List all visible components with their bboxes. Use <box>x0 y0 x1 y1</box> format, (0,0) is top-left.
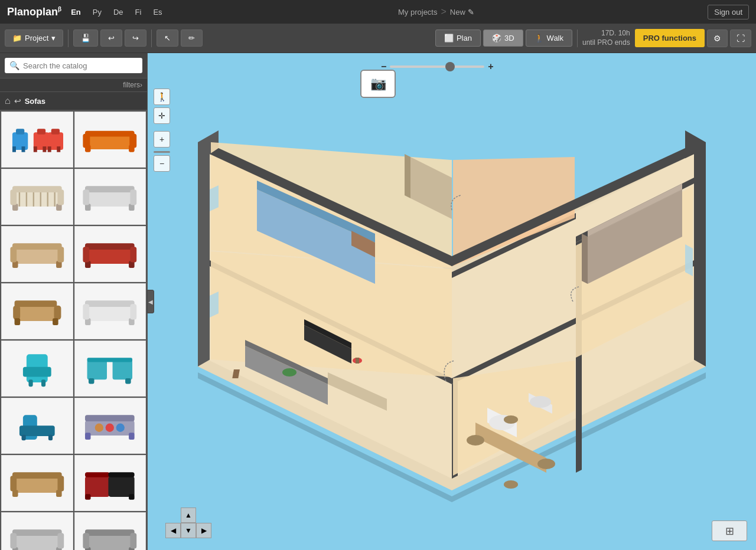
breadcrumb-home-btn[interactable]: ⌂ <box>5 96 11 106</box>
svg-rect-46 <box>83 247 90 263</box>
minimap[interactable]: ⊞ <box>712 520 747 541</box>
svg-rect-58 <box>83 305 90 320</box>
lang-de[interactable]: De <box>111 6 126 18</box>
svg-point-142 <box>467 435 484 446</box>
svg-rect-103 <box>131 533 137 549</box>
catalog-item[interactable] <box>1 341 73 397</box>
svg-rect-41 <box>57 247 64 263</box>
svg-rect-80 <box>12 477 62 493</box>
compass-icon: ✛ <box>158 111 165 120</box>
svg-rect-92 <box>12 535 62 550</box>
catalog-item[interactable] <box>1 226 73 282</box>
svg-rect-16 <box>83 134 90 148</box>
svg-rect-87 <box>109 476 135 497</box>
svg-point-145 <box>504 480 518 489</box>
zoom-slider[interactable] <box>390 66 484 68</box>
settings-icon: ⚙ <box>713 34 721 43</box>
svg-rect-49 <box>15 301 57 307</box>
draw-icon: ✏ <box>188 34 195 42</box>
svg-rect-40 <box>10 247 17 263</box>
zoom-minus-btn[interactable]: − <box>381 61 386 72</box>
catalog-item[interactable] <box>1 455 73 511</box>
plan-icon: ⬜ <box>444 34 454 42</box>
settings-btn[interactable]: ⚙ <box>707 30 728 47</box>
lang-fi[interactable]: Fi <box>133 6 144 18</box>
3d-view-btn[interactable]: 🎲 3D <box>483 30 523 47</box>
search-input[interactable] <box>23 61 138 70</box>
new-project-link[interactable]: New <box>450 8 465 17</box>
svg-marker-150 <box>685 244 693 276</box>
catalog-item[interactable] <box>1 398 73 454</box>
canvas-area[interactable]: 📷 − + 🚶 ✛ + − <box>148 53 756 550</box>
svg-rect-51 <box>54 306 61 320</box>
nav-up-btn[interactable]: ▲ <box>181 508 196 523</box>
catalog-item[interactable] <box>1 283 73 339</box>
collapse-sidebar-btn[interactable]: ◀ <box>147 290 154 313</box>
svg-point-130 <box>282 368 296 377</box>
svg-rect-70 <box>19 425 55 436</box>
catalog-item[interactable] <box>74 341 146 397</box>
minimap-icon: ⊞ <box>725 525 734 538</box>
svg-rect-30 <box>85 191 135 207</box>
person-icon: 🚶 <box>157 92 167 102</box>
catalog-item[interactable] <box>1 112 73 168</box>
svg-rect-85 <box>57 476 64 492</box>
walk-view-btn[interactable]: 🚶 Walk <box>526 30 572 47</box>
svg-rect-37 <box>12 244 62 250</box>
pro-functions-btn[interactable]: PRO functions <box>635 29 705 47</box>
catalog-item[interactable] <box>74 169 146 225</box>
camera-button[interactable]: 📷 <box>360 70 396 98</box>
toolbar-separator-1 <box>68 30 69 47</box>
compass-btn[interactable]: ✛ <box>154 107 170 124</box>
fullscreen-btn[interactable]: ⛶ <box>730 30 751 47</box>
svg-rect-74 <box>85 415 135 422</box>
svg-rect-78 <box>85 433 91 440</box>
catalog-grid <box>0 110 147 550</box>
svg-rect-133 <box>356 358 359 364</box>
catalog-item[interactable] <box>1 169 73 225</box>
breadcrumb-back-btn[interactable]: ↩ <box>14 96 21 106</box>
svg-rect-68 <box>126 378 132 384</box>
svg-marker-135 <box>582 234 588 284</box>
svg-rect-90 <box>85 495 91 500</box>
svg-rect-25 <box>12 186 62 193</box>
floorplan-svg <box>186 71 718 532</box>
zoom-in-left-btn[interactable]: + <box>154 131 170 148</box>
filters-link[interactable]: filters› <box>123 81 142 89</box>
zoom-plus-btn[interactable]: + <box>488 61 493 72</box>
catalog-item[interactable] <box>74 512 146 550</box>
svg-rect-59 <box>131 305 137 320</box>
nav-left-btn[interactable]: ◀ <box>165 523 181 538</box>
save-btn[interactable]: 💾 <box>73 30 98 47</box>
svg-rect-65 <box>113 360 132 379</box>
undo-btn[interactable]: ↩ <box>100 30 122 47</box>
lang-en[interactable]: En <box>69 6 83 18</box>
zoom-out-left-btn[interactable]: − <box>154 155 170 172</box>
catalog-item[interactable] <box>1 512 73 550</box>
person-view-btn[interactable]: 🚶 <box>154 89 170 105</box>
my-projects-link[interactable]: My projects <box>398 8 437 17</box>
project-nav: My projects > New ✎ <box>398 6 474 17</box>
lang-es[interactable]: Es <box>151 6 164 18</box>
signout-button[interactable]: Sign out <box>708 5 749 19</box>
plan-view-btn[interactable]: ⬜ Plan <box>435 30 481 47</box>
redo-btn[interactable]: ↪ <box>125 30 146 47</box>
catalog-item[interactable] <box>74 455 146 511</box>
lang-ru[interactable]: Ру <box>90 6 104 18</box>
catalog-item[interactable] <box>74 112 146 168</box>
catalog-item[interactable] <box>74 398 146 454</box>
catalog-item[interactable] <box>74 283 146 339</box>
svg-rect-61 <box>23 367 51 377</box>
left-controls: 🚶 ✛ + − <box>154 89 170 172</box>
draw-tool-btn[interactable]: ✏ <box>181 30 203 47</box>
project-menu-btn[interactable]: 📁 Project ▾ <box>5 30 63 47</box>
catalog-item[interactable] <box>74 226 146 282</box>
nav-right-btn[interactable]: ▶ <box>196 523 211 538</box>
svg-marker-148 <box>210 185 219 211</box>
nav-down-btn[interactable]: ▼ <box>181 523 196 538</box>
edit-project-btn[interactable]: ✎ <box>468 8 474 17</box>
minus-icon: − <box>159 159 164 168</box>
save-icon: 💾 <box>81 34 90 42</box>
svg-point-140 <box>530 396 551 408</box>
select-tool-btn[interactable]: ↖ <box>157 30 178 47</box>
